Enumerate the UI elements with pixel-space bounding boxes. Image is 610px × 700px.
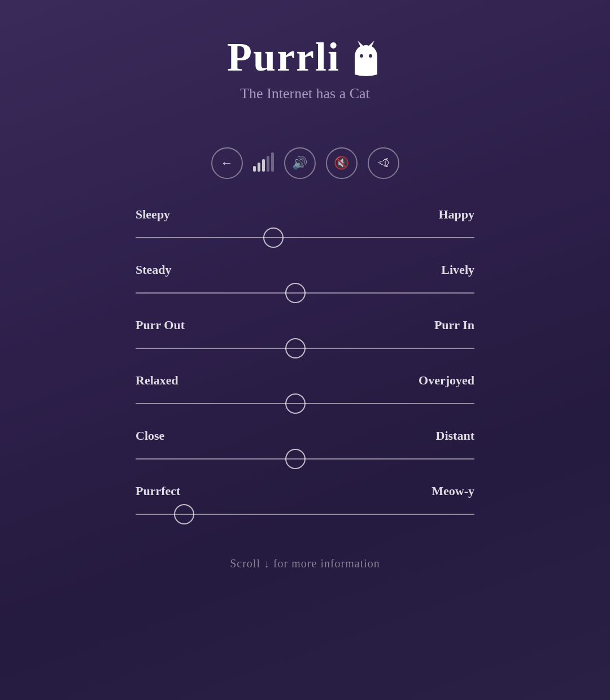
volume-bar-1	[253, 166, 256, 172]
svg-point-1	[369, 54, 372, 58]
volume-up-icon: 🔊	[292, 156, 307, 170]
mute-icon: 🔇	[334, 156, 349, 170]
volume-bar-4	[267, 156, 269, 172]
power-icon: ⏿	[377, 156, 390, 170]
slider-label-left: Purr Out	[136, 318, 185, 333]
slider-row: SleepyHappy	[136, 207, 474, 248]
slider-label-left: Relaxed	[136, 373, 178, 388]
slider-label-right: Overjoyed	[419, 373, 474, 388]
title-row: Purrli	[227, 34, 383, 81]
subtitle: The Internet has a Cat	[227, 85, 383, 102]
slider-label-right: Meow-y	[432, 484, 474, 498]
volume-bar-5	[271, 152, 274, 172]
slider-label-left: Purrfect	[136, 484, 180, 498]
svg-point-0	[360, 54, 363, 58]
slider-label-right: Distant	[436, 428, 474, 443]
slider-row: PurrfectMeow-y	[136, 484, 474, 524]
slider-input[interactable]	[136, 292, 474, 294]
slider-label-right: Lively	[441, 262, 474, 277]
slider-input[interactable]	[136, 237, 474, 238]
volume-up-button[interactable]: 🔊	[284, 147, 316, 179]
sliders-container: SleepyHappySteadyLivelyPurr OutPurr InRe…	[136, 207, 474, 535]
cat-icon	[349, 38, 383, 77]
controls-bar: ← 🔊 🔇 ⏿	[211, 147, 399, 179]
slider-label-left: Steady	[136, 262, 172, 277]
slider-row: CloseDistant	[136, 428, 474, 469]
slider-input[interactable]	[136, 403, 474, 404]
volume-bars-display	[253, 155, 274, 172]
slider-input[interactable]	[136, 348, 474, 349]
header: Purrli The Internet has a Cat	[227, 34, 383, 102]
slider-row: Purr OutPurr In	[136, 318, 474, 358]
power-button[interactable]: ⏿	[368, 147, 399, 179]
slider-row: RelaxedOverjoyed	[136, 373, 474, 414]
scroll-hint: Scroll ↓ for more information	[230, 557, 380, 570]
mute-button[interactable]: 🔇	[326, 147, 358, 179]
slider-input[interactable]	[136, 514, 474, 515]
slider-label-right: Happy	[438, 207, 474, 222]
slider-label-right: Purr In	[434, 318, 474, 333]
slider-input[interactable]	[136, 458, 474, 460]
volume-bar-3	[262, 159, 265, 172]
app-title: Purrli	[227, 34, 340, 81]
slider-label-left: Sleepy	[136, 207, 170, 222]
slider-row: SteadyLively	[136, 262, 474, 303]
volume-bar-2	[258, 163, 260, 172]
back-icon: ←	[221, 156, 233, 170]
slider-label-left: Close	[136, 428, 164, 443]
back-button[interactable]: ←	[211, 147, 243, 179]
